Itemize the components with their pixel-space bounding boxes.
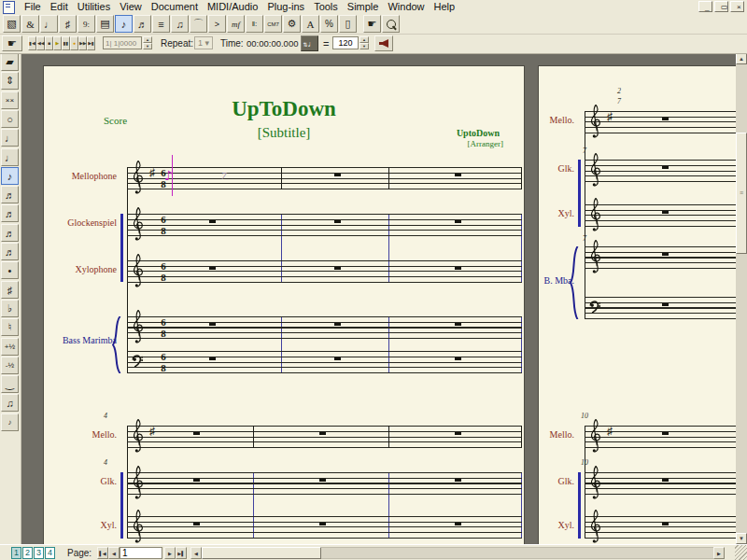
horizontal-scroll-thumb[interactable] — [202, 547, 321, 559]
barline — [253, 426, 254, 448]
pause-button[interactable]: ▮▮ — [62, 36, 70, 50]
page-2[interactable]: Mello.Glk.Xyl.B. Mba.2777♯Mello.Glk.Xyl.… — [538, 65, 736, 544]
speedy-entry-tool-button[interactable]: ♬ — [134, 15, 151, 33]
expression-tool-button[interactable]: mf — [227, 15, 245, 33]
thirty-second-note-button[interactable]: ♬ — [1, 204, 19, 222]
layer-2-button[interactable]: 2 — [22, 547, 33, 559]
hand-tool-button[interactable]: ☛ — [2, 35, 22, 51]
resize-tool-button[interactable]: % — [320, 15, 338, 33]
menu-midiaudio[interactable]: MIDI/Audio — [203, 1, 262, 12]
menu-view[interactable]: View — [115, 1, 147, 12]
menu-tools[interactable]: Tools — [309, 1, 343, 12]
quarter-note-button[interactable]: ♩ — [1, 148, 19, 166]
minimize-button[interactable]: _ — [698, 1, 712, 12]
sixty-fourth-note-button[interactable]: ♬ — [1, 224, 19, 242]
simple-entry-tool-button[interactable]: ♪ — [115, 15, 133, 33]
barline — [388, 167, 389, 189]
chord-tool-icon: CM7 — [267, 21, 279, 27]
special-tools-button[interactable]: ⚙ — [283, 15, 301, 33]
augmentation-dot-button[interactable]: • — [1, 261, 19, 279]
scroll-up-button[interactable]: ▲ — [736, 53, 747, 64]
counter-down-button[interactable]: ▼ — [143, 43, 152, 49]
page-1[interactable]: ScoreUpToDown[Subtitle]UptoDown[Arranger… — [43, 65, 525, 544]
sharp-button[interactable]: ♯ — [1, 281, 19, 299]
zoom-tool-button[interactable] — [382, 15, 400, 33]
staff-tool-button[interactable]: & — [21, 15, 39, 33]
first-page-button[interactable]: ▌◀ — [97, 547, 108, 559]
text-tool-button[interactable]: A — [302, 15, 319, 33]
menu-simple[interactable]: Simple — [343, 1, 384, 12]
scroll-down-button[interactable]: ▼ — [736, 533, 747, 544]
natural-button[interactable]: ♮ — [1, 318, 19, 336]
xylophone-staff — [127, 260, 522, 283]
eraser-button[interactable]: ▰ — [1, 53, 19, 71]
hscroll-left-button[interactable]: ◀ — [190, 547, 202, 559]
fast-forward-button[interactable]: ▶▶ — [78, 36, 87, 50]
measure-tool-button[interactable]: ▤ — [96, 15, 114, 33]
last-page-button[interactable]: ▶▌ — [176, 547, 187, 559]
close-button[interactable]: × — [730, 1, 744, 12]
repeat-dropdown[interactable]: 1 ▾ — [194, 36, 213, 49]
menu-window[interactable]: Window — [383, 1, 429, 12]
layer-1-button[interactable]: 1 — [11, 547, 21, 559]
hand-grabber-tool-button[interactable]: ☛ — [363, 15, 381, 33]
tempo-down-button[interactable]: ▼ — [359, 43, 369, 49]
half-note-button[interactable]: ♩ — [1, 129, 19, 147]
key-signature-tool-button[interactable]: ♯ — [59, 15, 77, 33]
measure-number: 4 — [104, 412, 107, 420]
whole-note-button[interactable]: ○ — [1, 110, 19, 128]
play-button[interactable]: ▶ — [53, 36, 62, 50]
hscroll-right-button[interactable]: ▶ — [713, 547, 725, 559]
menu-document[interactable]: Document — [147, 1, 203, 12]
eighth-note-button[interactable]: ♪ — [1, 167, 19, 185]
page-number-input[interactable] — [120, 547, 162, 559]
stop-button[interactable]: ■ — [45, 36, 53, 50]
previous-page-button[interactable]: ◀ — [108, 547, 120, 559]
restore-button[interactable]: ▭ — [714, 1, 728, 12]
repeat-tool-button[interactable]: ‖: — [246, 15, 263, 33]
hundred-twenty-eighth-note-button[interactable]: ♬ — [1, 243, 19, 260]
repitch-button[interactable]: ×× — [1, 91, 19, 109]
half-step-up-button[interactable]: +½ — [1, 338, 19, 356]
move-to-end-icon: ▶▮ — [88, 40, 94, 46]
tempo-note-button[interactable]: ⇅♩ — [301, 35, 318, 51]
flat-button[interactable]: ♭ — [1, 300, 19, 317]
tuplet-tool-button[interactable]: ♫ — [171, 15, 189, 33]
counter-up-button[interactable]: ▲ — [143, 36, 152, 43]
layer-3-button[interactable]: 3 — [34, 547, 44, 559]
audio-speaker-button[interactable] — [374, 35, 393, 51]
tempo-up-button[interactable]: ▲ — [359, 36, 369, 43]
record-button[interactable]: ● — [70, 36, 78, 50]
page-layout-tool-button[interactable]: ▯ — [339, 15, 357, 33]
menu-file[interactable]: File — [20, 1, 46, 12]
rewind-button[interactable]: ◀◀ — [36, 36, 45, 50]
move-to-start-button[interactable]: ▮◀ — [28, 36, 36, 50]
articulation-tool-button[interactable]: > — [208, 15, 226, 33]
sixteenth-note-button[interactable]: ♬ — [1, 186, 19, 203]
menu-help[interactable]: Help — [430, 1, 460, 12]
resize-grip[interactable] — [735, 545, 747, 560]
layer-4-button[interactable]: 4 — [45, 547, 55, 559]
pitch-up-down-button[interactable]: ⇕ — [1, 72, 19, 90]
move-to-end-button[interactable]: ▶▮ — [87, 36, 95, 50]
whole-rest — [662, 118, 669, 120]
menu-utilities[interactable]: Utilities — [73, 1, 115, 12]
menu-plugins[interactable]: Plug-ins — [262, 1, 309, 12]
clef-tool-button[interactable]: ♩ — [40, 15, 58, 33]
playback-counter-field[interactable] — [103, 36, 142, 49]
half-step-down-button[interactable]: -½ — [1, 357, 19, 374]
time-signature-tool-button[interactable]: 9: — [78, 15, 95, 33]
vertical-scroll-thumb[interactable]: ≡ — [736, 133, 747, 254]
menu-edit[interactable]: Edit — [46, 1, 73, 12]
selection-tool-button[interactable]: ▧ — [3, 15, 21, 33]
chord-tool-button[interactable]: CM7 — [264, 15, 282, 33]
tuplet-button[interactable]: ♫ — [1, 394, 19, 412]
note-mover-tool-button[interactable]: ≡ — [152, 15, 170, 33]
next-page-button[interactable]: ▶ — [164, 547, 176, 559]
smart-shape-tool-button[interactable]: ⌒ — [190, 15, 207, 33]
measure-tool-icon: ▤ — [100, 18, 109, 30]
vertical-scrollbar[interactable]: ▲ ≡ ▼ — [736, 53, 747, 544]
tempo-field[interactable] — [332, 36, 359, 49]
tie-button[interactable]: ‿ — [1, 375, 19, 393]
grace-note-button[interactable]: ♪ — [1, 413, 19, 431]
